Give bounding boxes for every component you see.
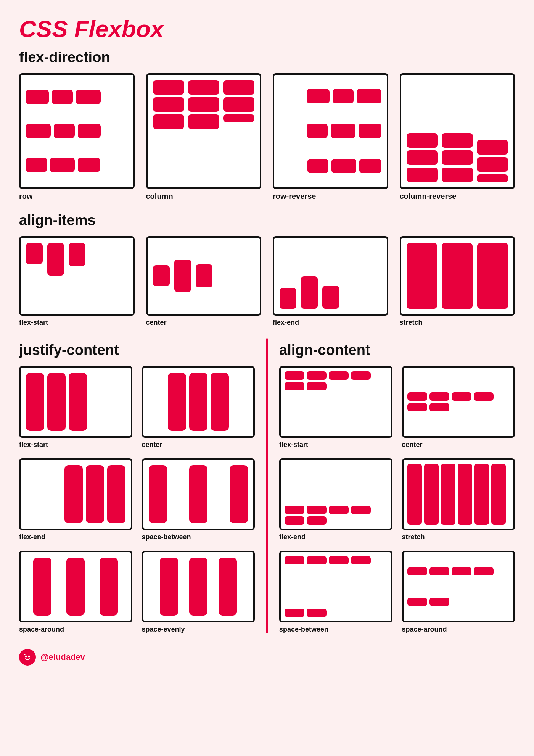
- jc-center-label: center: [142, 441, 255, 449]
- jc-flex-end-box: [19, 458, 132, 530]
- ac-flex-start-demo: [281, 368, 391, 436]
- jc-center-demo: [143, 368, 254, 436]
- flex-direction-section: flex-direction: [19, 49, 515, 201]
- jc-space-between-item: space-between: [142, 458, 255, 541]
- svg-point-2: [28, 655, 30, 657]
- jc-space-around-box: [19, 551, 132, 622]
- jc-flex-end-item: flex-end: [19, 458, 132, 541]
- ac-flex-start-label: flex-start: [279, 441, 392, 449]
- ai-flex-end-label: flex-end: [273, 319, 388, 327]
- fd-row-box: [19, 73, 135, 189]
- jc-space-between-box: [142, 458, 255, 530]
- logo-icon: [22, 652, 33, 663]
- fd-row-demo: [21, 75, 133, 187]
- ac-space-around-item: space-around: [402, 551, 515, 633]
- align-items-section: align-items flex-start cente: [19, 212, 515, 327]
- jc-center-item: center: [142, 366, 255, 449]
- ac-space-between-demo: [281, 552, 391, 621]
- ac-flex-start-item: flex-start: [279, 366, 392, 449]
- jc-center-box: [142, 366, 255, 438]
- ac-stretch-box: [402, 458, 515, 530]
- ai-flex-start-demo: [21, 238, 133, 314]
- fd-row-reverse-item: row-reverse: [273, 73, 388, 201]
- ac-center-item: center: [402, 366, 515, 449]
- align-items-grid: flex-start center flex-end: [19, 236, 515, 327]
- fd-column-box: [146, 73, 262, 189]
- flex-direction-grid: row: [19, 73, 515, 201]
- ac-center-box: [402, 366, 515, 438]
- ai-center-label: center: [146, 319, 262, 327]
- fd-column-reverse-box: [400, 73, 515, 189]
- fd-column-label: column: [146, 192, 262, 201]
- ac-flex-end-label: flex-end: [279, 533, 392, 541]
- ac-space-between-item: space-between: [279, 551, 392, 633]
- justify-content-title: justify-content: [19, 342, 255, 358]
- fd-row-rev-demo: [274, 75, 387, 187]
- bottom-sections: justify-content flex-start: [19, 338, 515, 633]
- jc-space-evenly-box: [142, 551, 255, 622]
- ai-center-item: center: [146, 236, 262, 327]
- ac-space-around-demo: [404, 552, 514, 621]
- jc-grid: flex-start center: [19, 366, 255, 633]
- ai-center-box: [146, 236, 262, 316]
- ac-flex-end-item: flex-end: [279, 458, 392, 541]
- jc-space-between-label: space-between: [142, 533, 255, 541]
- svg-point-1: [25, 655, 27, 657]
- ai-flex-start-label: flex-start: [19, 319, 135, 327]
- fd-row-item: row: [19, 73, 135, 201]
- footer-logo: [19, 649, 36, 666]
- jc-space-evenly-label: space-evenly: [142, 625, 255, 633]
- jc-space-around-demo: [21, 552, 131, 621]
- ai-flex-end-demo: [274, 238, 387, 314]
- ai-stretch-box: [400, 236, 515, 316]
- ac-flex-end-box: [279, 458, 392, 530]
- footer: @eludadev: [19, 649, 515, 666]
- fd-row-reverse-label: row-reverse: [273, 192, 388, 201]
- jc-space-evenly-demo: [143, 552, 254, 621]
- footer-handle: @eludadev: [40, 652, 85, 662]
- fd-row-reverse-box: [273, 73, 388, 189]
- ai-flex-end-box: [273, 236, 388, 316]
- jc-flex-start-demo: [21, 368, 131, 436]
- ai-stretch-label: stretch: [400, 319, 515, 327]
- align-content-section: align-content flex-start: [279, 338, 515, 633]
- fd-column-demo: [148, 75, 260, 187]
- ac-center-label: center: [402, 441, 515, 449]
- ai-stretch-demo: [401, 238, 514, 314]
- align-items-title: align-items: [19, 212, 515, 229]
- jc-flex-start-label: flex-start: [19, 441, 132, 449]
- jc-space-around-item: space-around: [19, 551, 132, 633]
- justify-content-section: justify-content flex-start: [19, 338, 255, 633]
- page-title: CSS Flexbox: [19, 15, 515, 42]
- ac-space-between-label: space-between: [279, 625, 392, 633]
- jc-space-around-label: space-around: [19, 625, 132, 633]
- flex-direction-title: flex-direction: [19, 49, 515, 66]
- ac-stretch-demo: [404, 460, 514, 529]
- ac-space-between-box: [279, 551, 392, 622]
- jc-flex-end-demo: [21, 460, 131, 529]
- ac-stretch-item: stretch: [402, 458, 515, 541]
- align-content-title: align-content: [279, 342, 515, 358]
- ai-stretch-item: stretch: [400, 236, 515, 327]
- fd-column-reverse-item: column-reverse: [400, 73, 515, 201]
- ac-space-around-label: space-around: [402, 625, 515, 633]
- ac-flex-start-box: [279, 366, 392, 438]
- ac-flex-end-demo: [281, 460, 391, 529]
- fd-column-item: column: [146, 73, 262, 201]
- ai-flex-start-item: flex-start: [19, 236, 135, 327]
- jc-flex-start-box: [19, 366, 132, 438]
- jc-flex-start-item: flex-start: [19, 366, 132, 449]
- fd-col-rev-demo: [401, 75, 514, 187]
- fd-column-reverse-label: column-reverse: [400, 192, 515, 201]
- ai-center-demo: [148, 238, 260, 314]
- ac-space-around-box: [402, 551, 515, 622]
- fd-row-label: row: [19, 192, 135, 201]
- ac-grid: flex-start center: [279, 366, 515, 633]
- jc-space-evenly-item: space-evenly: [142, 551, 255, 633]
- jc-space-between-demo: [143, 460, 254, 529]
- svg-point-0: [23, 652, 32, 662]
- jc-flex-end-label: flex-end: [19, 533, 132, 541]
- ac-stretch-label: stretch: [402, 533, 515, 541]
- ac-center-demo: [404, 368, 514, 436]
- ai-flex-start-box: [19, 236, 135, 316]
